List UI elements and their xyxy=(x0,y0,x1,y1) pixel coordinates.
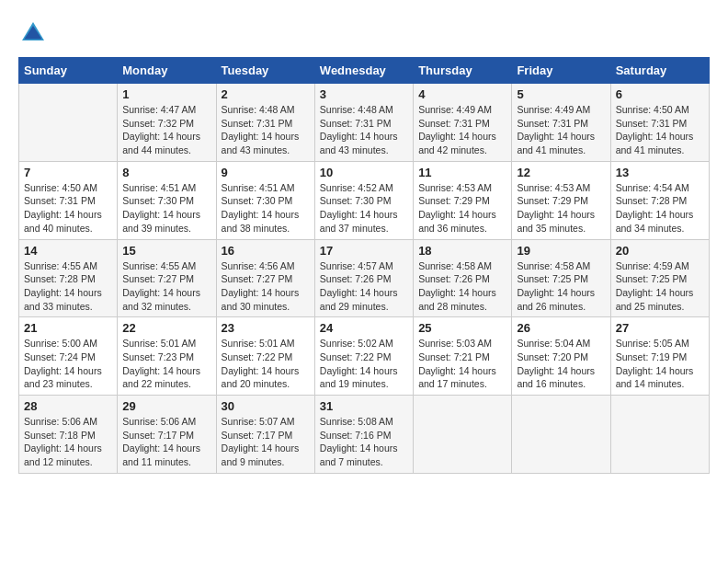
day-number: 17 xyxy=(320,244,408,258)
day-number: 12 xyxy=(517,166,605,179)
calendar-cell: 27Sunrise: 5:05 AM Sunset: 7:19 PM Dayli… xyxy=(610,317,709,396)
day-info: Sunrise: 4:53 AM Sunset: 7:29 PM Dayligh… xyxy=(517,181,605,236)
day-info: Sunrise: 4:49 AM Sunset: 7:31 PM Dayligh… xyxy=(517,103,605,157)
day-info: Sunrise: 4:52 AM Sunset: 7:30 PM Dayligh… xyxy=(320,181,408,236)
week-row-3: 14Sunrise: 4:55 AM Sunset: 7:28 PM Dayli… xyxy=(19,239,710,317)
day-info: Sunrise: 4:55 AM Sunset: 7:27 PM Dayligh… xyxy=(122,259,210,314)
day-number: 28 xyxy=(24,399,112,413)
day-info: Sunrise: 5:01 AM Sunset: 7:23 PM Dayligh… xyxy=(122,337,210,391)
day-number: 16 xyxy=(222,244,310,258)
day-number: 31 xyxy=(320,399,408,413)
day-number: 1 xyxy=(122,87,210,101)
day-info: Sunrise: 4:48 AM Sunset: 7:31 PM Dayligh… xyxy=(222,103,310,157)
day-info: Sunrise: 4:59 AM Sunset: 7:25 PM Dayligh… xyxy=(616,259,704,314)
day-number: 13 xyxy=(616,166,704,179)
day-number: 18 xyxy=(418,244,506,258)
day-info: Sunrise: 4:58 AM Sunset: 7:25 PM Dayligh… xyxy=(517,259,605,314)
calendar-cell: 16Sunrise: 4:56 AM Sunset: 7:27 PM Dayli… xyxy=(216,239,314,317)
day-number: 5 xyxy=(517,87,605,101)
day-info: Sunrise: 5:01 AM Sunset: 7:22 PM Dayligh… xyxy=(222,337,310,391)
day-number: 8 xyxy=(122,166,210,179)
day-number: 19 xyxy=(517,244,605,258)
week-row-2: 7Sunrise: 4:50 AM Sunset: 7:31 PM Daylig… xyxy=(19,161,710,239)
day-info: Sunrise: 5:04 AM Sunset: 7:20 PM Dayligh… xyxy=(517,337,605,391)
day-info: Sunrise: 4:56 AM Sunset: 7:27 PM Dayligh… xyxy=(222,259,310,314)
calendar-cell: 11Sunrise: 4:53 AM Sunset: 7:29 PM Dayli… xyxy=(414,161,512,239)
calendar-cell: 21Sunrise: 5:00 AM Sunset: 7:24 PM Dayli… xyxy=(19,317,118,396)
header-tuesday: Tuesday xyxy=(216,58,314,84)
day-number: 20 xyxy=(616,244,704,258)
day-info: Sunrise: 5:00 AM Sunset: 7:24 PM Dayligh… xyxy=(24,337,112,391)
calendar-cell xyxy=(512,396,610,474)
day-info: Sunrise: 4:49 AM Sunset: 7:31 PM Dayligh… xyxy=(418,103,506,157)
calendar-table: SundayMondayTuesdayWednesdayThursdayFrid… xyxy=(18,57,710,474)
day-info: Sunrise: 5:08 AM Sunset: 7:16 PM Dayligh… xyxy=(320,415,408,469)
calendar-cell: 5Sunrise: 4:49 AM Sunset: 7:31 PM Daylig… xyxy=(512,84,610,162)
calendar-header-row: SundayMondayTuesdayWednesdayThursdayFrid… xyxy=(19,58,710,84)
calendar-cell: 22Sunrise: 5:01 AM Sunset: 7:23 PM Dayli… xyxy=(118,317,216,396)
logo xyxy=(18,18,50,48)
day-number: 25 xyxy=(418,321,506,335)
day-number: 30 xyxy=(222,399,310,413)
calendar-cell: 28Sunrise: 5:06 AM Sunset: 7:18 PM Dayli… xyxy=(19,396,118,474)
day-info: Sunrise: 4:54 AM Sunset: 7:28 PM Dayligh… xyxy=(616,181,704,236)
day-info: Sunrise: 4:55 AM Sunset: 7:28 PM Dayligh… xyxy=(24,259,112,314)
week-row-1: 1Sunrise: 4:47 AM Sunset: 7:32 PM Daylig… xyxy=(19,84,710,162)
calendar-cell: 29Sunrise: 5:06 AM Sunset: 7:17 PM Dayli… xyxy=(118,396,216,474)
calendar-cell: 23Sunrise: 5:01 AM Sunset: 7:22 PM Dayli… xyxy=(216,317,314,396)
calendar-cell: 12Sunrise: 4:53 AM Sunset: 7:29 PM Dayli… xyxy=(512,161,610,239)
calendar-cell: 3Sunrise: 4:48 AM Sunset: 7:31 PM Daylig… xyxy=(314,84,413,162)
calendar-cell: 2Sunrise: 4:48 AM Sunset: 7:31 PM Daylig… xyxy=(216,84,314,162)
calendar-cell: 20Sunrise: 4:59 AM Sunset: 7:25 PM Dayli… xyxy=(610,239,709,317)
day-number: 15 xyxy=(122,244,210,258)
calendar-cell: 31Sunrise: 5:08 AM Sunset: 7:16 PM Dayli… xyxy=(314,396,413,474)
day-number: 14 xyxy=(24,244,112,258)
day-info: Sunrise: 4:51 AM Sunset: 7:30 PM Dayligh… xyxy=(222,181,310,236)
day-number: 23 xyxy=(222,321,310,335)
calendar-cell: 1Sunrise: 4:47 AM Sunset: 7:32 PM Daylig… xyxy=(118,84,216,162)
calendar-cell: 24Sunrise: 5:02 AM Sunset: 7:22 PM Dayli… xyxy=(314,317,413,396)
day-number: 3 xyxy=(320,87,408,101)
header-saturday: Saturday xyxy=(610,58,709,84)
calendar-cell: 6Sunrise: 4:50 AM Sunset: 7:31 PM Daylig… xyxy=(610,84,709,162)
calendar-cell xyxy=(19,84,118,162)
day-number: 24 xyxy=(320,321,408,335)
day-info: Sunrise: 4:50 AM Sunset: 7:31 PM Dayligh… xyxy=(616,103,704,157)
day-info: Sunrise: 4:48 AM Sunset: 7:31 PM Dayligh… xyxy=(320,103,408,157)
week-row-4: 21Sunrise: 5:00 AM Sunset: 7:24 PM Dayli… xyxy=(19,317,710,396)
header-thursday: Thursday xyxy=(414,58,512,84)
day-info: Sunrise: 4:57 AM Sunset: 7:26 PM Dayligh… xyxy=(320,259,408,314)
day-info: Sunrise: 5:05 AM Sunset: 7:19 PM Dayligh… xyxy=(616,337,704,391)
header-sunday: Sunday xyxy=(19,58,118,84)
calendar-cell xyxy=(610,396,709,474)
week-row-5: 28Sunrise: 5:06 AM Sunset: 7:18 PM Dayli… xyxy=(19,396,710,474)
calendar-cell: 15Sunrise: 4:55 AM Sunset: 7:27 PM Dayli… xyxy=(118,239,216,317)
calendar-cell xyxy=(414,396,512,474)
calendar-cell: 18Sunrise: 4:58 AM Sunset: 7:26 PM Dayli… xyxy=(414,239,512,317)
day-info: Sunrise: 5:03 AM Sunset: 7:21 PM Dayligh… xyxy=(418,337,506,391)
day-number: 29 xyxy=(122,399,210,413)
calendar-cell: 8Sunrise: 4:51 AM Sunset: 7:30 PM Daylig… xyxy=(118,161,216,239)
day-info: Sunrise: 5:02 AM Sunset: 7:22 PM Dayligh… xyxy=(320,337,408,391)
day-info: Sunrise: 4:47 AM Sunset: 7:32 PM Dayligh… xyxy=(122,103,210,157)
header-wednesday: Wednesday xyxy=(314,58,413,84)
header-monday: Monday xyxy=(118,58,216,84)
day-number: 2 xyxy=(222,87,310,101)
day-number: 10 xyxy=(320,166,408,179)
calendar-cell: 30Sunrise: 5:07 AM Sunset: 7:17 PM Dayli… xyxy=(216,396,314,474)
day-info: Sunrise: 5:07 AM Sunset: 7:17 PM Dayligh… xyxy=(222,415,310,469)
day-number: 9 xyxy=(222,166,310,179)
day-info: Sunrise: 4:58 AM Sunset: 7:26 PM Dayligh… xyxy=(418,259,506,314)
calendar-cell: 14Sunrise: 4:55 AM Sunset: 7:28 PM Dayli… xyxy=(19,239,118,317)
day-info: Sunrise: 4:51 AM Sunset: 7:30 PM Dayligh… xyxy=(122,181,210,236)
calendar-cell: 25Sunrise: 5:03 AM Sunset: 7:21 PM Dayli… xyxy=(414,317,512,396)
calendar-cell: 7Sunrise: 4:50 AM Sunset: 7:31 PM Daylig… xyxy=(19,161,118,239)
day-number: 4 xyxy=(418,87,506,101)
day-number: 6 xyxy=(616,87,704,101)
day-info: Sunrise: 4:50 AM Sunset: 7:31 PM Dayligh… xyxy=(24,181,112,236)
day-info: Sunrise: 5:06 AM Sunset: 7:17 PM Dayligh… xyxy=(122,415,210,469)
day-number: 27 xyxy=(616,321,704,335)
calendar-cell: 26Sunrise: 5:04 AM Sunset: 7:20 PM Dayli… xyxy=(512,317,610,396)
header-friday: Friday xyxy=(512,58,610,84)
day-info: Sunrise: 5:06 AM Sunset: 7:18 PM Dayligh… xyxy=(24,415,112,469)
